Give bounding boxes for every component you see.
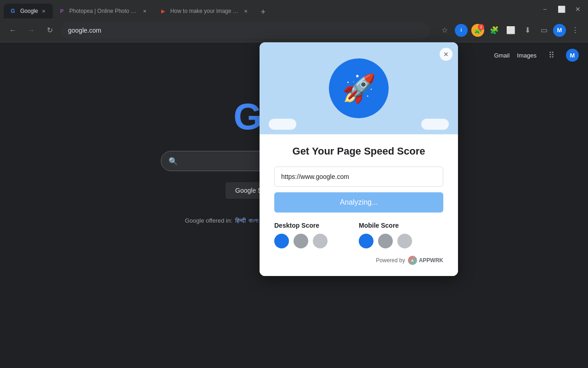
appwrk-label: APPWRK	[419, 257, 443, 264]
tab-youtube-close[interactable]: ✕	[242, 7, 249, 15]
apps-icon[interactable]: ⠿	[544, 48, 559, 63]
cloud-right	[421, 119, 449, 130]
sidebar-icon[interactable]: ▭	[537, 23, 551, 38]
browser-chrome: G Google ✕ P Photopea | Online Photo Edi…	[0, 0, 588, 42]
new-tab-button[interactable]: +	[257, 6, 270, 18]
tab-google-title: Google	[20, 8, 38, 14]
address-bar[interactable]: google.com	[61, 22, 430, 39]
download-icon[interactable]: ⬇	[520, 23, 535, 38]
gmail-link[interactable]: Gmail	[494, 52, 509, 59]
back-button[interactable]: ←	[6, 23, 20, 38]
tab-photopea-title: Photopea | Online Photo Editor	[69, 8, 139, 14]
screenshot-icon[interactable]: ⬜	[503, 23, 518, 38]
maximize-button[interactable]: ⬜	[555, 3, 568, 16]
mobile-dot-3	[397, 234, 412, 248]
extensions-icon[interactable]: 🧩	[487, 23, 502, 38]
header-profile-avatar[interactable]: M	[566, 49, 579, 62]
youtube-favicon: ▶	[159, 7, 167, 15]
desktop-score-label: Desktop Score	[274, 222, 359, 229]
rocket-container: 🚀	[329, 58, 389, 118]
tab-photopea[interactable]: P Photopea | Online Photo Editor ✕	[53, 4, 154, 18]
ext-blue-icon[interactable]: i	[454, 23, 469, 38]
nav-bar: ← → ↻ google.com ☆ i 🧩 3 🧩 ⬜ ⬇ ▭ M ⋮	[0, 18, 588, 42]
page-speed-popup: 🚀 ✕ Get Your Page Speed Score Analyzing.…	[260, 42, 458, 276]
popup-body: Get Your Page Speed Score Analyzing... D…	[260, 134, 458, 276]
tab-google[interactable]: G Google ✕	[4, 4, 53, 18]
lang-hindi[interactable]: हिन्दी	[235, 217, 246, 224]
appwrk-icon: A	[408, 256, 417, 265]
window-controls: − ⬜ ✕	[538, 3, 584, 16]
lang-bengali[interactable]: বাংলা	[249, 217, 259, 224]
appwrk-logo[interactable]: A APPWRK	[408, 256, 443, 265]
search-icon: 🔍	[169, 157, 178, 166]
toolbar-icons: ☆ i 🧩 3 🧩 ⬜ ⬇ ▭ M ⋮	[437, 23, 582, 38]
tab-photopea-close[interactable]: ✕	[141, 7, 148, 15]
popup-title: Get Your Page Speed Score	[274, 145, 443, 157]
desktop-dot-3	[313, 234, 328, 248]
reload-button[interactable]: ↻	[42, 23, 57, 38]
mobile-dot-1	[359, 234, 373, 248]
extension-badge: 3	[478, 24, 484, 30]
powered-by: Powered by A APPWRK	[274, 256, 443, 265]
profile-avatar[interactable]: M	[553, 24, 566, 37]
bookmark-icon[interactable]: ☆	[437, 23, 452, 38]
desktop-score-dots	[274, 234, 359, 248]
mobile-score-section: Mobile Score	[359, 222, 443, 248]
google-favicon: G	[9, 7, 17, 15]
title-bar: G Google ✕ P Photopea | Online Photo Edi…	[0, 0, 588, 18]
address-text: google.com	[68, 27, 423, 34]
page-content: Gmail Images ⠿ M Google 🔍 🎤 ⊙ Google Sea…	[0, 42, 588, 368]
minimize-button[interactable]: −	[538, 3, 551, 16]
language-offer-text: Google offered in:	[185, 217, 232, 224]
forward-button[interactable]: →	[24, 23, 39, 38]
popup-close-button[interactable]: ✕	[440, 48, 452, 61]
menu-icon[interactable]: ⋮	[568, 23, 582, 38]
images-link[interactable]: Images	[517, 52, 537, 59]
analyze-button[interactable]: Analyzing...	[274, 192, 443, 213]
tab-youtube-title: How to make your image HIGH...	[170, 8, 240, 14]
desktop-score-section: Desktop Score	[274, 222, 359, 248]
close-button[interactable]: ✕	[571, 3, 584, 16]
scores-row: Desktop Score Mobile Score	[274, 222, 443, 248]
tabs-area: G Google ✕ P Photopea | Online Photo Edi…	[4, 0, 535, 18]
ext-badge-icon[interactable]: 🧩 3	[470, 23, 485, 38]
cloud-left	[269, 119, 296, 130]
mobile-dot-2	[378, 234, 393, 248]
tab-youtube[interactable]: ▶ How to make your image HIGH... ✕	[154, 4, 255, 18]
url-input[interactable]	[274, 167, 443, 187]
mobile-score-label: Mobile Score	[359, 222, 443, 229]
mobile-score-dots	[359, 234, 443, 248]
extension-blue: i	[455, 24, 468, 37]
desktop-dot-1	[274, 234, 289, 248]
popup-header: 🚀 ✕	[260, 42, 458, 134]
powered-by-text: Powered by	[376, 257, 405, 264]
rocket-icon: 🚀	[342, 72, 376, 105]
tab-google-close[interactable]: ✕	[40, 7, 47, 15]
photopea-favicon: P	[58, 7, 66, 15]
desktop-dot-2	[294, 234, 308, 248]
logo-g: G	[233, 96, 261, 137]
